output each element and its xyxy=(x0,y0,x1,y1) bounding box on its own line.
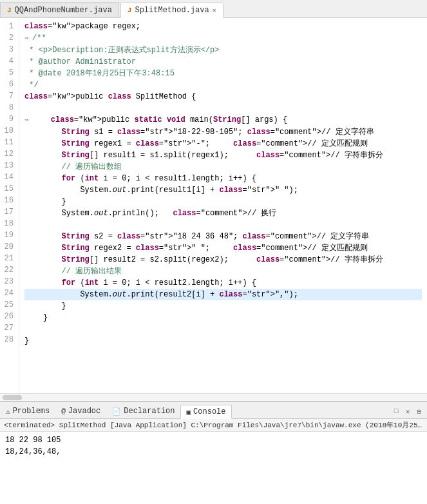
code-line-2: ⇒ /** xyxy=(24,32,422,44)
java-file-icon: J xyxy=(7,6,12,14)
console-output: <terminated> SplitMethod [Java Applicati… xyxy=(0,419,427,504)
line-arrow: ⇒ xyxy=(24,35,32,42)
tab-console[interactable]: ▣ Console xyxy=(180,405,231,419)
console-output-line: 18,24,36,48, xyxy=(5,446,422,458)
code-line-27 xyxy=(24,324,422,335)
code-line-20: String regex2 = class="str">" "; class="… xyxy=(24,242,422,254)
tab-qq-label: QQAndPhoneNumber.java xyxy=(15,6,112,15)
code-line-16: } xyxy=(24,196,422,208)
code-content[interactable]: 1234567891011121314151617181920212223242… xyxy=(0,18,427,393)
code-lines[interactable]: class="kw">package regex;⇒ /** * <p>Desc… xyxy=(19,18,427,393)
code-line-12: String[] result1 = s1.split(regex1); cla… xyxy=(24,150,422,161)
javadoc-icon: @ xyxy=(61,407,66,415)
console-output-line: 18 22 98 105 xyxy=(5,434,422,446)
minimize-panel-button[interactable]: □ xyxy=(391,406,401,416)
code-line-17: System.out.println(); class="comment">//… xyxy=(24,208,422,219)
console-text: 18 22 98 105 18,24,36,48, xyxy=(0,432,427,460)
code-line-6: */ xyxy=(24,79,422,91)
code-line-14: for (int i = 0; i < result1.length; i++)… xyxy=(24,173,422,184)
tab-split[interactable]: J SplitMethod.java ✕ xyxy=(120,3,223,18)
tab-bar: J QQAndPhoneNumber.java J SplitMethod.ja… xyxy=(0,0,427,18)
code-line-8 xyxy=(24,102,422,114)
code-line-1: class="kw">package regex; xyxy=(24,21,422,32)
problems-label: Problems xyxy=(13,407,50,416)
tab-problems[interactable]: ⚠ Problems xyxy=(0,404,55,418)
code-line-3: * <p>Description:正则表达式split方法演示</p> xyxy=(24,44,422,56)
horizontal-scrollbar[interactable] xyxy=(0,393,427,401)
code-line-9: ⇒ class="kw">public static void main(Str… xyxy=(24,114,422,126)
code-line-7: class="kw">public class SplitMethod { xyxy=(24,91,422,102)
code-line-10: String s1 = class="str">"18-22-98-105"; … xyxy=(24,126,422,138)
code-line-4: * @author Administrator xyxy=(24,56,422,68)
code-line-13: // 遍历输出数组 xyxy=(24,161,422,173)
code-line-25: } xyxy=(24,300,422,312)
tab-split-label: SplitMethod.java xyxy=(135,6,209,15)
bottom-tab-bar: ⚠ Problems @ Javadoc 📄 Declaration ▣ Con… xyxy=(0,402,427,419)
panel-actions: □ ✕ ⊟ xyxy=(391,406,424,416)
code-line-5: * @date 2018年10月25日下午3:48:15 xyxy=(24,68,422,79)
code-line-23: for (int i = 0; i < result2.length; i++)… xyxy=(24,277,422,289)
problems-icon: ⚠ xyxy=(6,407,10,416)
code-line-26: } xyxy=(24,312,422,324)
scrollbar-thumb[interactable] xyxy=(3,395,22,400)
javadoc-label: Javadoc xyxy=(68,407,100,416)
java-file-icon-2: J xyxy=(128,6,132,14)
code-line-15: System.out.print(result1[i] + class="str… xyxy=(24,184,422,196)
console-icon: ▣ xyxy=(186,408,191,416)
line-numbers: 1234567891011121314151617181920212223242… xyxy=(0,18,19,393)
tab-close-icon[interactable]: ✕ xyxy=(213,6,216,14)
tab-declaration[interactable]: 📄 Declaration xyxy=(106,404,180,418)
bottom-panel: ⚠ Problems @ Javadoc 📄 Declaration ▣ Con… xyxy=(0,401,427,504)
declaration-label: Declaration xyxy=(124,407,175,416)
code-line-24: System.out.print(result2[i] + class="str… xyxy=(24,289,422,300)
code-line-11: String regex1 = class="str">"-"; class="… xyxy=(24,138,422,150)
code-line-18 xyxy=(24,219,422,231)
console-header: <terminated> SplitMethod [Java Applicati… xyxy=(0,419,427,432)
console-label: Console xyxy=(193,407,225,416)
declaration-icon: 📄 xyxy=(112,407,121,416)
close-panel-button[interactable]: ✕ xyxy=(403,406,413,416)
code-editor: 1234567891011121314151617181920212223242… xyxy=(0,18,427,401)
code-line-19: String s2 = class="str">"18 24 36 48"; c… xyxy=(24,231,422,242)
collapse-panel-button[interactable]: ⊟ xyxy=(414,406,424,416)
code-line-21: String[] result2 = s2.split(regex2); cla… xyxy=(24,254,422,266)
line-arrow: ⇒ xyxy=(24,117,32,124)
tab-javadoc[interactable]: @ Javadoc xyxy=(55,404,106,418)
code-line-28: } xyxy=(24,335,422,347)
tab-qq[interactable]: J QQAndPhoneNumber.java xyxy=(0,2,119,17)
code-line-22: // 遍历输出结果 xyxy=(24,266,422,277)
